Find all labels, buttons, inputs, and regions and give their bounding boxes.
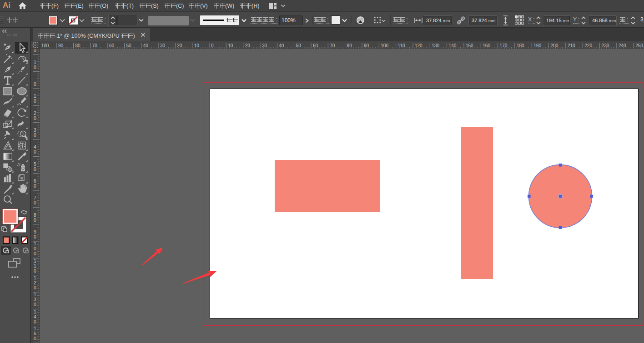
svg-text:0: 0: [34, 149, 36, 154]
svg-text:170: 170: [500, 43, 508, 48]
svg-text:0: 0: [34, 49, 36, 53]
svg-text:190: 190: [533, 43, 541, 48]
svg-text:100: 100: [41, 43, 49, 48]
svg-text:180: 180: [517, 43, 524, 48]
svg-text:10: 10: [194, 43, 200, 48]
svg-text:0: 0: [34, 65, 36, 70]
svg-text:90: 90: [364, 43, 369, 48]
svg-text:120: 120: [415, 43, 423, 48]
svg-text:0: 0: [34, 285, 36, 290]
svg-text:30: 30: [262, 43, 267, 48]
svg-text:0: 0: [34, 183, 36, 189]
svg-text:230: 230: [602, 43, 609, 48]
svg-text:100: 100: [381, 43, 388, 48]
svg-text:20: 20: [245, 43, 251, 48]
svg-text:80: 80: [75, 43, 80, 48]
svg-text:40: 40: [143, 43, 149, 48]
svg-text:70: 70: [330, 43, 335, 48]
svg-text:0: 0: [34, 98, 36, 104]
svg-text:30: 30: [160, 43, 166, 48]
svg-text:70: 70: [92, 43, 98, 48]
svg-text:140: 140: [449, 43, 457, 48]
svg-text:220: 220: [584, 43, 592, 48]
svg-text:0: 0: [34, 302, 36, 307]
svg-text:150: 150: [466, 43, 473, 48]
svg-text:250: 250: [635, 43, 643, 48]
svg-text:0: 0: [34, 200, 36, 205]
svg-text:110: 110: [398, 43, 405, 48]
svg-text:0: 0: [211, 43, 214, 48]
svg-text:200: 200: [551, 43, 558, 48]
svg-text:0: 0: [34, 115, 36, 121]
svg-text:0: 0: [34, 336, 36, 341]
svg-text:0: 0: [34, 166, 36, 172]
svg-text:80: 80: [347, 43, 352, 48]
svg-text:0: 0: [34, 81, 36, 87]
svg-text:160: 160: [483, 43, 490, 48]
svg-text:60: 60: [313, 43, 318, 48]
svg-text:0: 0: [34, 251, 36, 256]
svg-text:20: 20: [177, 43, 182, 48]
svg-text:0: 0: [34, 132, 36, 138]
svg-text:90: 90: [58, 43, 64, 48]
svg-text:0: 0: [34, 319, 36, 324]
svg-text:0: 0: [34, 217, 36, 223]
svg-text:10: 10: [228, 43, 233, 48]
svg-text:60: 60: [109, 43, 115, 48]
svg-text:0: 0: [34, 234, 36, 239]
svg-text:210: 210: [568, 43, 575, 48]
svg-text:240: 240: [619, 43, 626, 48]
svg-text:40: 40: [279, 43, 284, 48]
svg-text:0: 0: [34, 268, 36, 273]
svg-text:50: 50: [296, 43, 302, 48]
svg-text:50: 50: [126, 43, 131, 48]
svg-text:130: 130: [432, 43, 439, 48]
